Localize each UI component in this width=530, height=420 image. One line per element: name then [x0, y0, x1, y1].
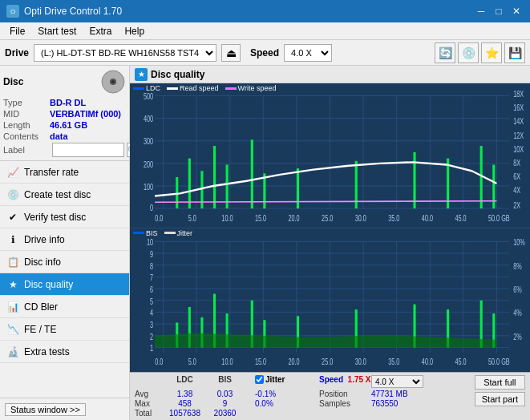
legend-ldc-color: [133, 87, 144, 90]
svg-text:16X: 16X: [513, 103, 524, 113]
svg-text:20.0: 20.0: [289, 355, 300, 365]
stats-avg-speed-value: 47731 MB: [371, 390, 423, 398]
disc-mid-row: MID VERBATIMf (000): [3, 109, 126, 119]
menu-extra[interactable]: Extra: [83, 24, 118, 38]
svg-text:2X: 2X: [513, 201, 520, 211]
stats-total-speed-value: [371, 409, 423, 418]
legend-ldc-label: LDC: [146, 84, 160, 92]
svg-text:8X: 8X: [513, 159, 520, 168]
sidebar-item-drive-info[interactable]: ℹ Drive info: [0, 228, 129, 251]
maximize-button[interactable]: □: [492, 4, 506, 18]
action-buttons: Start full Start part: [475, 375, 525, 406]
eject-button[interactable]: ⏏: [221, 44, 241, 62]
legend-jitter: Jitter: [164, 229, 193, 237]
stats-avg-row: Avg 1.38 0.03 -0.1% Position 47731 MB: [135, 390, 470, 398]
svg-text:6X: 6X: [513, 172, 520, 182]
stats-max-empty: [243, 399, 255, 408]
svg-text:6%: 6%: [513, 284, 522, 294]
sidebar-item-disc-quality-label: Disc quality: [24, 279, 73, 290]
stats-header-bis: BIS: [207, 375, 243, 388]
disc-length-label: Length: [3, 120, 50, 130]
svg-text:300: 300: [144, 137, 153, 147]
svg-rect-49: [200, 171, 203, 208]
stats-header-speed: Speed 1.75 X: [319, 375, 371, 388]
drivebar: Drive (L:) HL-DT-ST BD-RE WH16NS58 TST4 …: [0, 40, 530, 66]
status-window-button[interactable]: Status window >>: [5, 403, 86, 416]
toolbar-refresh-button[interactable]: 🔄: [435, 42, 455, 63]
sidebar-item-disc-info[interactable]: 📋 Disc info: [0, 251, 129, 273]
disc-quality-header: ★ Disc quality: [130, 66, 530, 83]
sidebar-item-extra-tests[interactable]: 🔬 Extra tests: [0, 341, 129, 363]
svg-text:30.0: 30.0: [355, 355, 366, 365]
status-window-bar: Status window >>: [0, 398, 129, 420]
menu-help[interactable]: Help: [118, 24, 151, 38]
create-test-disc-icon: 💿: [6, 188, 19, 201]
bottom-chart: BIS Jitter: [130, 228, 530, 373]
disc-type-label: Type: [3, 98, 50, 107]
svg-rect-54: [297, 168, 299, 208]
sidebar-item-create-test-disc[interactable]: 💿 Create test disc: [0, 184, 129, 206]
jitter-checkbox[interactable]: [255, 375, 264, 384]
toolbar-disc-button[interactable]: 💿: [458, 42, 479, 63]
stats-header-row: LDC BIS Jitter Speed 1.75 X 4.0 X 2.0 X: [135, 375, 470, 388]
minimize-button[interactable]: ─: [474, 4, 488, 18]
stats-max-ldc: 458: [163, 399, 207, 408]
svg-text:10X: 10X: [513, 144, 524, 154]
toolbar-save-button[interactable]: 💾: [504, 42, 525, 63]
menu-start-test[interactable]: Start test: [31, 24, 83, 38]
main-area: Disc Type BD-R DL MID VERBATIMf (000) L: [0, 66, 530, 420]
svg-text:20.0: 20.0: [289, 213, 300, 223]
titlebar: O Opti Drive Control 1.70 ─ □ ✕: [0, 0, 530, 22]
disc-label-row: Label 🔍: [3, 143, 126, 157]
toolbar-star-button[interactable]: ⭐: [481, 42, 502, 63]
stats-table: LDC BIS Jitter Speed 1.75 X 4.0 X 2.0 X: [135, 375, 470, 418]
legend-write-speed-label: Write speed: [238, 84, 277, 92]
disc-mid-label: MID: [3, 109, 50, 119]
legend-bis-color: [133, 232, 144, 234]
svg-text:25.0: 25.0: [322, 355, 333, 365]
svg-text:30.0: 30.0: [355, 213, 366, 223]
svg-text:0.0: 0.0: [155, 355, 163, 365]
disc-label-label: Label: [3, 145, 50, 155]
start-part-button[interactable]: Start part: [475, 392, 525, 406]
app-title: Opti Drive Control 1.70: [24, 6, 122, 17]
svg-text:4%: 4%: [513, 307, 522, 317]
verify-test-disc-icon: ✔: [6, 211, 19, 224]
sidebar-item-transfer-rate[interactable]: 📈 Transfer rate: [0, 161, 129, 184]
stats-max-speed-value: 763550: [371, 399, 423, 408]
sidebar-item-cd-bler[interactable]: 📊 CD Bler: [0, 296, 129, 318]
stats-panel: LDC BIS Jitter Speed 1.75 X 4.0 X 2.0 X: [130, 372, 530, 420]
svg-text:500: 500: [144, 92, 153, 102]
sidebar-item-extra-tests-label: Extra tests: [24, 346, 70, 357]
disc-contents-label: Contents: [3, 131, 50, 141]
svg-text:6: 6: [150, 284, 153, 294]
titlebar-left: O Opti Drive Control 1.70: [6, 5, 122, 18]
stats-speed-select[interactable]: 4.0 X 2.0 X: [371, 375, 423, 388]
legend-bis-label: BIS: [146, 229, 158, 237]
drive-select[interactable]: (L:) HL-DT-ST BD-RE WH16NS58 TST4: [34, 44, 216, 62]
close-button[interactable]: ✕: [509, 4, 524, 18]
svg-text:5: 5: [150, 295, 153, 305]
sidebar-item-fe-te[interactable]: 📉 FE / TE: [0, 318, 129, 341]
stats-max-label: Max: [135, 399, 163, 408]
disc-contents-value: data: [50, 131, 68, 141]
titlebar-controls[interactable]: ─ □ ✕: [474, 4, 524, 18]
speed-label: Speed: [250, 47, 279, 59]
stats-total-row: Total 1057638 20360: [135, 409, 470, 418]
stats-avg-bis: 0.03: [207, 390, 243, 398]
legend-read-speed-color: [167, 87, 178, 90]
svg-text:400: 400: [144, 115, 153, 124]
disc-label-input[interactable]: [52, 143, 124, 157]
app-icon: O: [6, 5, 19, 18]
menu-file[interactable]: File: [3, 24, 31, 38]
disc-quality-header-icon: ★: [135, 68, 148, 81]
svg-rect-53: [263, 173, 265, 208]
svg-text:40.0: 40.0: [422, 355, 433, 365]
sidebar-item-disc-quality[interactable]: ★ Disc quality: [0, 273, 129, 296]
stats-avg-ldc: 1.38: [163, 390, 207, 398]
svg-text:200: 200: [144, 160, 153, 169]
start-full-button[interactable]: Start full: [475, 375, 525, 390]
speed-select[interactable]: 4.0 X 2.0 X 1.0 X: [284, 44, 332, 62]
sidebar-item-verify-test-disc[interactable]: ✔ Verify test disc: [0, 206, 129, 228]
stats-header-jitter-check: Jitter: [255, 375, 319, 388]
